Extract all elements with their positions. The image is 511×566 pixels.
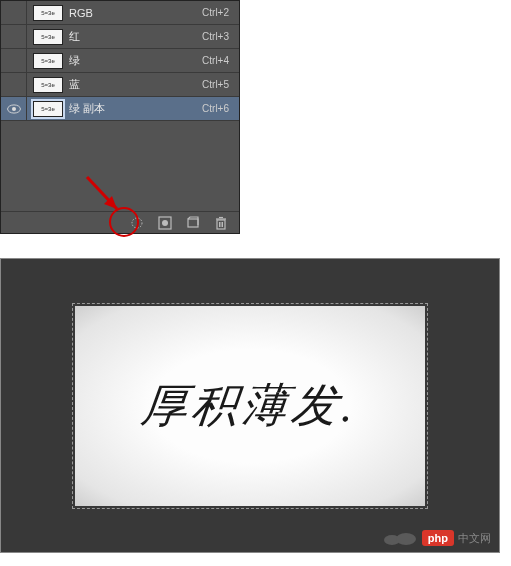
svg-point-15 bbox=[396, 533, 416, 545]
channel-shortcut: Ctrl+4 bbox=[202, 55, 229, 66]
svg-point-1 bbox=[11, 106, 15, 110]
visibility-toggle[interactable] bbox=[1, 25, 27, 48]
visibility-toggle[interactable] bbox=[1, 49, 27, 72]
channel-name: 绿 bbox=[69, 53, 202, 68]
svg-rect-7 bbox=[188, 219, 198, 227]
document-canvas: 厚积薄发. php 中文网 bbox=[0, 258, 500, 553]
channels-panel: 5=3e RGB Ctrl+2 5=3e 红 Ctrl+3 5=3e 绿 Ctr… bbox=[0, 0, 240, 234]
channels-footer bbox=[1, 211, 239, 233]
channel-shortcut: Ctrl+3 bbox=[202, 31, 229, 42]
channel-name: 红 bbox=[69, 29, 202, 44]
channel-thumbnail: 5=3e bbox=[33, 5, 63, 21]
visibility-toggle[interactable] bbox=[1, 1, 27, 24]
panel-empty-area bbox=[1, 121, 239, 211]
channel-shortcut: Ctrl+6 bbox=[202, 103, 229, 114]
calligraphy-text: 厚积薄发. bbox=[139, 375, 361, 437]
watermark: php 中文网 bbox=[382, 530, 491, 546]
channel-row-red[interactable]: 5=3e 红 Ctrl+3 bbox=[1, 25, 239, 49]
channel-name: RGB bbox=[69, 7, 202, 19]
channel-row-blue[interactable]: 5=3e 蓝 Ctrl+5 bbox=[1, 73, 239, 97]
eye-icon bbox=[7, 104, 21, 114]
watermark-text: 中文网 bbox=[458, 531, 491, 546]
channel-thumbnail: 5=3e bbox=[33, 101, 63, 117]
channel-row-green-copy[interactable]: 5=3e 绿 副本 Ctrl+6 bbox=[1, 97, 239, 121]
svg-line-2 bbox=[87, 177, 117, 209]
visibility-toggle[interactable] bbox=[1, 97, 27, 120]
paper-background: 厚积薄发. bbox=[75, 306, 425, 506]
delete-channel-icon[interactable] bbox=[213, 215, 229, 231]
save-mask-icon[interactable] bbox=[157, 215, 173, 231]
channel-thumbnail: 5=3e bbox=[33, 29, 63, 45]
svg-point-6 bbox=[162, 220, 168, 226]
channel-thumbnail: 5=3e bbox=[33, 53, 63, 69]
svg-point-4 bbox=[132, 218, 142, 228]
visibility-toggle[interactable] bbox=[1, 73, 27, 96]
channel-row-rgb[interactable]: 5=3e RGB Ctrl+2 bbox=[1, 1, 239, 25]
channel-thumbnail: 5=3e bbox=[33, 77, 63, 93]
channel-row-green[interactable]: 5=3e 绿 Ctrl+4 bbox=[1, 49, 239, 73]
watermark-logo: php bbox=[422, 530, 454, 546]
channel-name: 绿 副本 bbox=[69, 101, 202, 116]
load-selection-icon[interactable] bbox=[129, 215, 145, 231]
channel-name: 蓝 bbox=[69, 77, 202, 92]
cloud-icon bbox=[382, 531, 418, 545]
channel-shortcut: Ctrl+5 bbox=[202, 79, 229, 90]
svg-marker-3 bbox=[104, 196, 117, 209]
channel-shortcut: Ctrl+2 bbox=[202, 7, 229, 18]
new-channel-icon[interactable] bbox=[185, 215, 201, 231]
